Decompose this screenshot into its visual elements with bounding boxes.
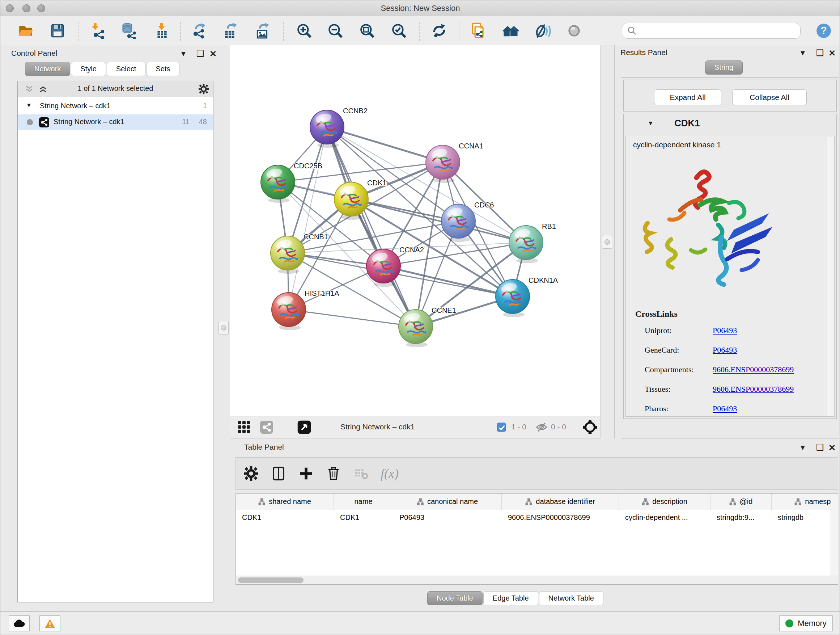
column-header-description[interactable]: description — [619, 494, 711, 510]
tab-sets[interactable]: Sets — [146, 62, 180, 76]
export-image-icon[interactable] — [254, 22, 271, 39]
network-collection-row[interactable]: ▼ String Network – cdk1 1 — [18, 98, 213, 114]
zoom-in-icon[interactable] — [296, 22, 313, 39]
crosslink-link[interactable]: 9606.ENSP00000378699 — [713, 365, 794, 374]
tab-network[interactable]: Network — [25, 62, 70, 76]
network-edge-CCNB2-CCNE1[interactable] — [327, 127, 416, 326]
crosslink-link[interactable]: P06493 — [713, 326, 737, 335]
network-edge-CCNB2-CCNA1[interactable] — [327, 127, 443, 162]
cloud-button[interactable] — [9, 616, 30, 631]
gear-icon[interactable] — [199, 84, 209, 94]
delete-column-icon[interactable] — [326, 466, 341, 481]
import-table-icon[interactable] — [153, 22, 170, 39]
gene-section: ▼ CDK1 cyclin-dependent kinase 1 — [623, 114, 837, 419]
tab-string[interactable]: String — [705, 60, 743, 74]
network-node-RB1[interactable]: RB1 — [509, 222, 556, 263]
network-node-CCNA1[interactable]: CCNA1 — [426, 142, 483, 183]
tab-network-table[interactable]: Network Table — [539, 591, 603, 605]
section-collapse-icon[interactable]: ▼ — [647, 120, 654, 127]
import-network-database-icon[interactable] — [120, 22, 137, 39]
tab-node-table[interactable]: Node Table — [427, 591, 483, 605]
panel-float-icon[interactable]: ❑ — [196, 49, 204, 59]
column-header-canonical-name[interactable]: canonical name — [393, 494, 502, 510]
column-header-namespace[interactable]: namespace — [772, 494, 838, 510]
panel-menu-icon[interactable]: ▼ — [799, 49, 806, 57]
show-all-icon[interactable] — [566, 22, 583, 39]
hide-selected-icon[interactable] — [534, 22, 551, 40]
tree-expand-icon[interactable]: ▼ — [26, 102, 32, 109]
network-node-CCNB2[interactable]: CCNB2 — [310, 107, 368, 148]
help-icon[interactable]: ? — [815, 22, 832, 39]
first-neighbors-icon[interactable] — [502, 22, 519, 40]
crosslink-link[interactable]: P06493 — [713, 404, 737, 413]
column-type-icon — [729, 498, 737, 505]
panel-menu-icon[interactable]: ▼ — [180, 50, 187, 58]
toolbar-separator — [419, 21, 420, 41]
zoom-out-icon[interactable] — [327, 22, 344, 39]
toolbar-separator — [78, 21, 79, 41]
network-edge-HIST1H1A-CCNE1[interactable] — [289, 310, 416, 326]
network-node-CCNB1[interactable]: CCNB1 — [271, 233, 328, 274]
warning-button[interactable] — [39, 616, 60, 631]
zoom-fit-icon[interactable] — [359, 22, 376, 39]
results-panel: Results Panel ▼ ❑ ✕ String Expand All Co… — [614, 45, 840, 439]
table-settings-gear-icon[interactable] — [244, 466, 258, 481]
zoom-selected-icon[interactable] — [391, 22, 407, 39]
copy-network-icon[interactable] — [470, 22, 487, 40]
search-input[interactable] — [638, 27, 800, 35]
network-node-CCNE1[interactable]: CCNE1 — [399, 306, 456, 347]
tab-edge-table[interactable]: Edge Table — [483, 591, 538, 605]
export-table-icon[interactable] — [222, 22, 238, 39]
results-scrollbar[interactable] — [827, 137, 834, 416]
cytoscape-window: { "window": { "title": "Session: New Ses… — [0, 0, 840, 635]
table-horizontal-scrollbar[interactable] — [236, 576, 838, 584]
table-vertical-scrollbar[interactable] — [831, 494, 838, 576]
column-header--id[interactable]: @id — [711, 494, 772, 510]
network-row-selected[interactable]: String Network – cdk1 11 48 — [18, 114, 213, 130]
import-network-file-icon[interactable] — [90, 22, 107, 39]
panel-float-icon[interactable]: ❑ — [816, 442, 824, 453]
left-splitter-handle[interactable] — [218, 321, 229, 334]
collapse-all-button[interactable]: Collapse All — [732, 89, 807, 105]
panel-float-icon[interactable]: ❑ — [816, 48, 824, 58]
network-node-CDKN1A[interactable]: CDKN1A — [496, 276, 558, 317]
node-label-CCNA1: CCNA1 — [459, 142, 483, 150]
crosslink-link[interactable]: P06493 — [713, 345, 737, 355]
column-type-icon — [525, 498, 532, 505]
open-session-icon[interactable] — [17, 22, 34, 39]
tab-select[interactable]: Select — [107, 62, 146, 76]
memory-button[interactable]: Memory — [779, 616, 833, 631]
show-columns-icon[interactable] — [271, 466, 286, 481]
network-node-HIST1H1A[interactable]: HIST1H1A — [272, 289, 339, 330]
search-box — [622, 23, 801, 39]
string-results-box: Expand All Collapse All ▼ CDK1 cyclin-de… — [621, 77, 839, 439]
selected-count: 1 - 0 — [511, 423, 526, 431]
open-in-window-icon[interactable] — [298, 421, 311, 434]
export-network-icon[interactable] — [191, 22, 207, 39]
table-row[interactable]: CDK1CDK1P064939606.ENSP00000378699cyclin… — [236, 510, 838, 526]
right-splitter-handle[interactable] — [602, 235, 612, 249]
network-type-icon[interactable] — [260, 421, 273, 434]
panel-close-icon[interactable]: ✕ — [210, 49, 217, 59]
save-session-icon[interactable] — [50, 23, 65, 39]
network-node-CDC6[interactable]: CDC6 — [441, 201, 494, 242]
column-header-name[interactable]: name — [334, 494, 393, 510]
expand-all-button[interactable]: Expand All — [654, 89, 722, 105]
node-label-RB1: RB1 — [542, 222, 556, 230]
panel-close-icon[interactable]: ✕ — [829, 443, 836, 453]
network-canvas[interactable]: CCNB2CCNA1CDC25BCDK1CDC6RB1CCNB1CCNA2CDK… — [230, 45, 600, 416]
panel-menu-icon[interactable]: ▼ — [799, 443, 806, 452]
add-column-icon[interactable] — [298, 466, 314, 481]
panel-close-icon[interactable]: ✕ — [829, 48, 836, 58]
refresh-icon[interactable] — [431, 22, 447, 39]
selected-checkbox[interactable] — [497, 423, 506, 432]
table-cell: stringdb:9... — [711, 510, 772, 526]
column-header-shared-name[interactable]: shared name — [236, 494, 334, 510]
crosslink-label: Tissues: — [645, 385, 670, 394]
crosslink-link[interactable]: 9606.ENSP00000378699 — [713, 385, 794, 394]
birdseye-grid-icon[interactable] — [238, 421, 251, 434]
tab-style[interactable]: Style — [71, 62, 106, 76]
column-header-database-identifier[interactable]: database identifier — [502, 494, 619, 510]
move-crosshair-icon[interactable] — [583, 420, 598, 435]
network-edge-CCNB2-HIST1H1A[interactable] — [289, 127, 327, 310]
